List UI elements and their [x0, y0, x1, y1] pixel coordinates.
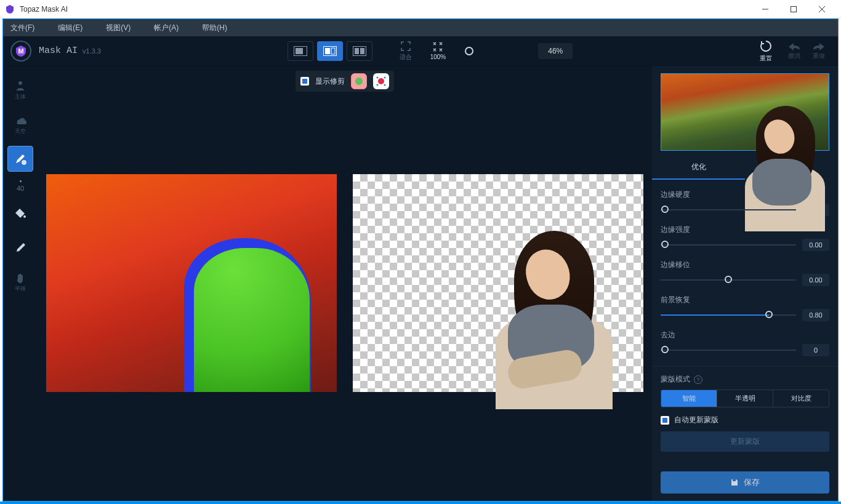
tool-hand[interactable]: 平移 [7, 270, 33, 295]
auto-update-label: 自动更新蒙版 [674, 415, 718, 425]
slider-track[interactable] [661, 244, 796, 246]
svg-text:M: M [18, 47, 23, 55]
svg-point-22 [384, 84, 386, 86]
menu-file[interactable]: 文件(F) [10, 23, 34, 33]
svg-point-14 [18, 81, 22, 85]
canvas-area[interactable]: 显示修剪 [38, 66, 652, 501]
result-preview-pane[interactable] [353, 174, 643, 392]
mode-contrast-button[interactable]: 对比度 [773, 390, 829, 407]
svg-rect-12 [360, 48, 364, 54]
svg-point-16 [23, 215, 26, 218]
app-name: Mask AI [39, 46, 78, 56]
trim-options-bar: 显示修剪 [296, 71, 394, 92]
maximize-button[interactable] [779, 0, 808, 18]
original-preview[interactable] [661, 73, 829, 151]
save-button[interactable]: 保存 [661, 471, 829, 494]
menu-view[interactable]: 视图(V) [106, 23, 131, 33]
fit-label: 适合 [400, 53, 412, 62]
trim-color-chip-2[interactable] [373, 73, 389, 89]
menubar: 文件(F) 编辑(E) 视图(V) 帐户(A) 帮助(H) [3, 19, 838, 36]
left-toolbar: 主体 天空 40 平移 [3, 66, 38, 501]
redo-button[interactable]: 重做 [812, 42, 826, 60]
right-panel: 优化 背景 边缘硬度 0.00 边缘强度 0.00 [652, 66, 838, 501]
auto-update-checkbox[interactable] [661, 416, 669, 425]
mask-mode-header: 蒙版模式 ? [661, 374, 829, 385]
zoom-value[interactable]: 46% [538, 43, 573, 59]
app-logo: M [10, 41, 31, 62]
zoom-100-label: 100% [430, 54, 446, 60]
tool-sky[interactable]: 天空 [7, 111, 33, 137]
mode-smart-button[interactable]: 智能 [661, 390, 717, 407]
svg-rect-11 [355, 48, 359, 54]
app-icon-small [5, 4, 15, 14]
svg-rect-8 [325, 48, 330, 54]
undo-button[interactable]: 撤消 [787, 42, 801, 60]
brush-size-display[interactable]: 40 [17, 180, 24, 192]
app-version: v1.3.3 [82, 47, 101, 55]
menu-edit[interactable]: 编辑(E) [58, 23, 82, 33]
show-trim-checkbox[interactable] [300, 77, 309, 86]
svg-rect-9 [331, 48, 335, 54]
save-icon [730, 478, 739, 487]
mask-preview-pane[interactable] [46, 174, 337, 392]
reset-button[interactable]: 重置 [759, 39, 773, 63]
svg-rect-1 [791, 6, 797, 12]
zoom-100-button[interactable]: 100% [423, 41, 454, 60]
slider-track[interactable] [661, 279, 796, 281]
tab-optimize[interactable]: 优化 [652, 156, 745, 180]
minimize-button[interactable] [751, 0, 779, 18]
window-titlebar: Topaz Mask AI [0, 0, 841, 18]
zoom-indicator[interactable] [457, 46, 481, 56]
taskbar-edge [0, 502, 841, 504]
tool-eyedropper[interactable] [7, 235, 33, 261]
slider-defringe: 去边 0 [661, 330, 829, 356]
slider-foreground-recovery: 前景恢复 0.80 [661, 295, 829, 321]
update-mask-button[interactable]: 更新蒙版 [661, 431, 829, 452]
menu-account[interactable]: 帐户(A) [154, 23, 179, 33]
app-frame: 文件(F) 编辑(E) 视图(V) 帐户(A) 帮助(H) M Mask AI … [2, 18, 839, 502]
slider-track[interactable] [661, 314, 796, 316]
mode-semi-button[interactable]: 半透明 [717, 390, 773, 407]
menu-help[interactable]: 帮助(H) [202, 23, 227, 33]
svg-point-13 [465, 47, 473, 55]
svg-point-17 [355, 78, 363, 85]
fit-button[interactable]: 适合 [392, 41, 419, 62]
mask-mode-buttons: 智能 半透明 对比度 [661, 390, 829, 407]
window-title: Topaz Mask AI [20, 5, 751, 14]
svg-point-18 [378, 78, 384, 84]
view-side-button[interactable] [347, 41, 372, 61]
svg-point-20 [384, 77, 386, 79]
trim-color-chip-1[interactable] [351, 73, 367, 89]
close-button[interactable] [808, 0, 836, 18]
help-icon[interactable]: ? [694, 375, 702, 384]
slider-track[interactable] [661, 209, 796, 210]
tool-brush[interactable] [7, 146, 33, 172]
slider-track[interactable] [661, 350, 796, 351]
reset-label: 重置 [760, 54, 772, 63]
svg-point-21 [377, 84, 379, 86]
topbar: M Mask AI v1.3.3 适合 100% [3, 36, 838, 66]
svg-rect-6 [296, 48, 303, 54]
view-single-button[interactable] [288, 41, 313, 61]
tool-subject[interactable]: 主体 [7, 77, 33, 103]
view-split-button[interactable] [317, 41, 343, 61]
show-trim-label: 显示修剪 [315, 76, 345, 87]
svg-point-19 [377, 77, 379, 79]
tool-fill[interactable] [7, 201, 33, 226]
